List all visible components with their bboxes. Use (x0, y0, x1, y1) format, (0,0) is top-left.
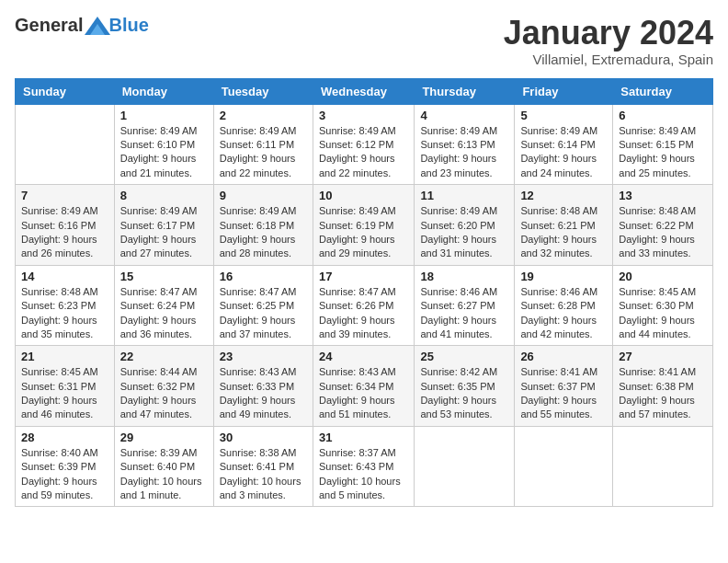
day-info: Sunrise: 8:44 AMSunset: 6:32 PMDaylight:… (120, 365, 208, 422)
day-info: Sunrise: 8:45 AMSunset: 6:31 PMDaylight:… (21, 365, 108, 422)
table-row: 26 Sunrise: 8:41 AMSunset: 6:37 PMDaylig… (515, 346, 613, 427)
day-number: 17 (319, 270, 408, 283)
table-row: 23 Sunrise: 8:43 AMSunset: 6:33 PMDaylig… (213, 346, 313, 427)
table-row: 16 Sunrise: 8:47 AMSunset: 6:25 PMDaylig… (213, 265, 313, 346)
day-info: Sunrise: 8:49 AMSunset: 6:19 PMDaylight:… (319, 204, 408, 261)
calendar-table: Sunday Monday Tuesday Wednesday Thursday… (15, 78, 713, 508)
day-info: Sunrise: 8:49 AMSunset: 6:10 PMDaylight:… (120, 124, 208, 181)
day-info: Sunrise: 8:40 AMSunset: 6:39 PMDaylight:… (21, 446, 108, 503)
table-row (16, 104, 115, 185)
day-info: Sunrise: 8:47 AMSunset: 6:25 PMDaylight:… (220, 285, 307, 342)
table-row: 10 Sunrise: 8:49 AMSunset: 6:19 PMDaylig… (313, 185, 414, 266)
table-row (515, 426, 613, 507)
day-number: 16 (220, 270, 307, 283)
day-number: 1 (120, 109, 208, 122)
day-info: Sunrise: 8:49 AMSunset: 6:13 PMDaylight:… (420, 124, 508, 181)
day-info: Sunrise: 8:49 AMSunset: 6:15 PMDaylight:… (619, 124, 707, 181)
day-number: 5 (520, 109, 607, 122)
table-row: 19 Sunrise: 8:46 AMSunset: 6:28 PMDaylig… (515, 265, 613, 346)
day-info: Sunrise: 8:46 AMSunset: 6:28 PMDaylight:… (520, 285, 607, 342)
table-row: 28 Sunrise: 8:40 AMSunset: 6:39 PMDaylig… (16, 426, 115, 507)
day-number: 23 (220, 350, 307, 363)
day-number: 10 (319, 189, 408, 202)
day-info: Sunrise: 8:37 AMSunset: 6:43 PMDaylight:… (319, 446, 408, 503)
table-row: 6 Sunrise: 8:49 AMSunset: 6:15 PMDayligh… (613, 104, 713, 185)
day-info: Sunrise: 8:46 AMSunset: 6:27 PMDaylight:… (420, 285, 508, 342)
table-row: 31 Sunrise: 8:37 AMSunset: 6:43 PMDaylig… (313, 426, 414, 507)
col-thursday: Thursday (415, 78, 515, 104)
day-number: 21 (21, 350, 108, 363)
col-saturday: Saturday (613, 78, 713, 104)
table-row: 9 Sunrise: 8:49 AMSunset: 6:18 PMDayligh… (213, 185, 313, 266)
table-row: 29 Sunrise: 8:39 AMSunset: 6:40 PMDaylig… (114, 426, 213, 507)
table-row: 30 Sunrise: 8:38 AMSunset: 6:41 PMDaylig… (213, 426, 313, 507)
calendar-week-row: 7 Sunrise: 8:49 AMSunset: 6:16 PMDayligh… (16, 185, 713, 266)
table-row: 22 Sunrise: 8:44 AMSunset: 6:32 PMDaylig… (114, 346, 213, 427)
day-number: 15 (120, 270, 208, 283)
day-number: 14 (21, 270, 108, 283)
day-info: Sunrise: 8:48 AMSunset: 6:23 PMDaylight:… (21, 285, 108, 342)
calendar-week-row: 28 Sunrise: 8:40 AMSunset: 6:39 PMDaylig… (16, 426, 713, 507)
table-row: 17 Sunrise: 8:47 AMSunset: 6:26 PMDaylig… (313, 265, 414, 346)
col-monday: Monday (114, 78, 213, 104)
day-info: Sunrise: 8:49 AMSunset: 6:12 PMDaylight:… (319, 124, 408, 181)
day-info: Sunrise: 8:47 AMSunset: 6:26 PMDaylight:… (319, 285, 408, 342)
col-friday: Friday (515, 78, 613, 104)
day-number: 30 (220, 431, 307, 444)
table-row: 14 Sunrise: 8:48 AMSunset: 6:23 PMDaylig… (16, 265, 115, 346)
day-number: 26 (520, 350, 607, 363)
table-row: 12 Sunrise: 8:48 AMSunset: 6:21 PMDaylig… (515, 185, 613, 266)
day-info: Sunrise: 8:47 AMSunset: 6:24 PMDaylight:… (120, 285, 208, 342)
table-row: 20 Sunrise: 8:45 AMSunset: 6:30 PMDaylig… (613, 265, 713, 346)
table-row: 4 Sunrise: 8:49 AMSunset: 6:13 PMDayligh… (415, 104, 515, 185)
day-number: 20 (619, 270, 707, 283)
calendar-week-row: 14 Sunrise: 8:48 AMSunset: 6:23 PMDaylig… (16, 265, 713, 346)
day-info: Sunrise: 8:49 AMSunset: 6:20 PMDaylight:… (420, 204, 508, 261)
day-info: Sunrise: 8:48 AMSunset: 6:21 PMDaylight:… (520, 204, 607, 261)
col-sunday: Sunday (16, 78, 115, 104)
day-number: 18 (420, 270, 508, 283)
calendar-header-row: Sunday Monday Tuesday Wednesday Thursday… (16, 78, 713, 104)
day-number: 28 (21, 431, 108, 444)
table-row: 24 Sunrise: 8:43 AMSunset: 6:34 PMDaylig… (313, 346, 414, 427)
day-info: Sunrise: 8:43 AMSunset: 6:33 PMDaylight:… (220, 365, 307, 422)
day-info: Sunrise: 8:43 AMSunset: 6:34 PMDaylight:… (319, 365, 408, 422)
day-number: 13 (619, 189, 707, 202)
table-row: 25 Sunrise: 8:42 AMSunset: 6:35 PMDaylig… (415, 346, 515, 427)
day-info: Sunrise: 8:49 AMSunset: 6:17 PMDaylight:… (120, 204, 208, 261)
calendar-week-row: 21 Sunrise: 8:45 AMSunset: 6:31 PMDaylig… (16, 346, 713, 427)
day-info: Sunrise: 8:49 AMSunset: 6:16 PMDaylight:… (21, 204, 108, 261)
calendar-subtitle: Villamiel, Extremadura, Spain (504, 52, 713, 67)
day-number: 9 (220, 189, 307, 202)
logo-general: General (15, 15, 83, 36)
day-number: 4 (420, 109, 508, 122)
day-number: 25 (420, 350, 508, 363)
day-number: 11 (420, 189, 508, 202)
day-number: 2 (220, 109, 307, 122)
day-number: 29 (120, 431, 208, 444)
day-number: 3 (319, 109, 408, 122)
table-row: 18 Sunrise: 8:46 AMSunset: 6:27 PMDaylig… (415, 265, 515, 346)
table-row: 27 Sunrise: 8:41 AMSunset: 6:38 PMDaylig… (613, 346, 713, 427)
day-number: 8 (120, 189, 208, 202)
day-info: Sunrise: 8:45 AMSunset: 6:30 PMDaylight:… (619, 285, 707, 342)
table-row (613, 426, 713, 507)
page-header: General Blue January 2024 Villamiel, Ext… (15, 15, 713, 67)
table-row: 3 Sunrise: 8:49 AMSunset: 6:12 PMDayligh… (313, 104, 414, 185)
day-number: 7 (21, 189, 108, 202)
calendar-week-row: 1 Sunrise: 8:49 AMSunset: 6:10 PMDayligh… (16, 104, 713, 185)
calendar-title: January 2024 (504, 15, 713, 52)
day-info: Sunrise: 8:39 AMSunset: 6:40 PMDaylight:… (120, 446, 208, 503)
table-row: 8 Sunrise: 8:49 AMSunset: 6:17 PMDayligh… (114, 185, 213, 266)
col-wednesday: Wednesday (313, 78, 414, 104)
day-number: 27 (619, 350, 707, 363)
table-row (415, 426, 515, 507)
col-tuesday: Tuesday (213, 78, 313, 104)
day-number: 12 (520, 189, 607, 202)
day-info: Sunrise: 8:38 AMSunset: 6:41 PMDaylight:… (220, 446, 307, 503)
day-info: Sunrise: 8:48 AMSunset: 6:22 PMDaylight:… (619, 204, 707, 261)
table-row: 13 Sunrise: 8:48 AMSunset: 6:22 PMDaylig… (613, 185, 713, 266)
logo-icon (85, 17, 110, 35)
day-number: 19 (520, 270, 607, 283)
table-row: 11 Sunrise: 8:49 AMSunset: 6:20 PMDaylig… (415, 185, 515, 266)
